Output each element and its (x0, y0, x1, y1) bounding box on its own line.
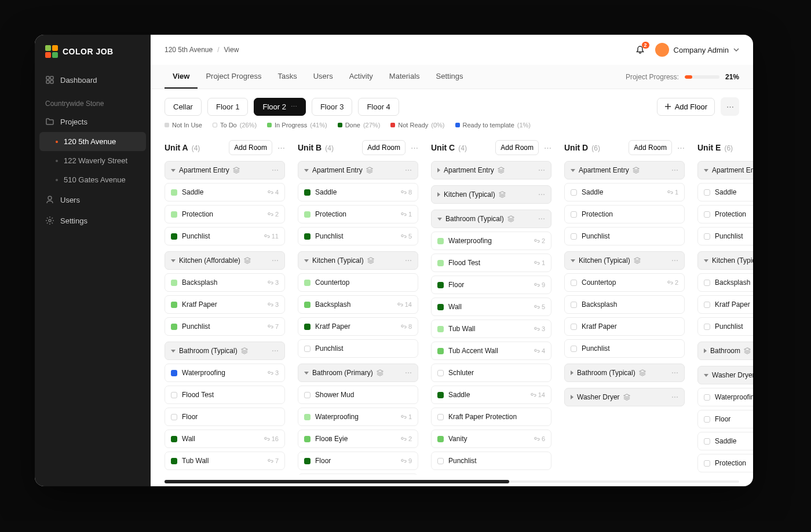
section-more-button[interactable]: ⋯ (405, 166, 412, 174)
section-header[interactable]: Bathroom (Typical)⋯ (431, 210, 551, 228)
section-header[interactable]: Bathroom (Typical)⋯ (165, 342, 285, 360)
section-header[interactable]: Kitchen (Typical)⋯ (697, 251, 753, 270)
horizontal-scrollbar[interactable] (165, 480, 739, 486)
section-header[interactable]: Bathroom (Primary)⋯ (298, 364, 418, 382)
tab-settings[interactable]: Settings (428, 65, 472, 89)
floor-pill[interactable]: Cellar (165, 98, 202, 116)
nav-dashboard[interactable]: Dashboard (35, 69, 151, 90)
task-row[interactable]: Saddle (697, 432, 753, 450)
task-row[interactable]: Waterproofing3 (165, 364, 285, 382)
section-more-button[interactable]: ⋯ (671, 166, 678, 174)
section-more-button[interactable]: ⋯ (538, 166, 545, 174)
task-row[interactable]: Backsplash (564, 295, 685, 314)
section-more-button[interactable]: ⋯ (671, 369, 678, 377)
task-row[interactable]: Waterproofing1 (298, 408, 418, 426)
task-row[interactable]: Floor9 (431, 276, 551, 294)
section-more-button[interactable]: ⋯ (272, 256, 279, 265)
task-row[interactable]: Countertop2 (564, 273, 685, 292)
task-row[interactable]: Saddle (697, 183, 753, 201)
section-more-button[interactable]: ⋯ (272, 166, 279, 174)
column-more-button[interactable]: ⋯ (675, 144, 686, 152)
task-row[interactable]: Punchlist (697, 227, 753, 245)
task-row[interactable]: Punchlist11 (165, 227, 285, 245)
task-row[interactable]: Flooв Eyie2 (298, 430, 418, 448)
nav-settings[interactable]: Settings (35, 210, 151, 231)
tab-activity[interactable]: Activity (341, 65, 381, 89)
task-row[interactable]: Saddle14 (431, 386, 551, 404)
task-row[interactable]: Schluter (431, 364, 551, 382)
section-header[interactable]: Washer Dryer⋯ (564, 388, 685, 406)
task-row[interactable]: Wall4 (298, 474, 418, 475)
section-header[interactable]: Kitchen (Typical)⋯ (564, 251, 685, 270)
task-row[interactable]: Wall5 (431, 298, 551, 316)
task-row[interactable]: Punchlist (564, 339, 685, 358)
task-row[interactable]: Protection1 (298, 205, 418, 223)
tab-project-progress[interactable]: Project Progress (198, 65, 269, 89)
notifications-button[interactable]: 2 (635, 45, 645, 54)
section-more-button[interactable]: ⋯ (538, 190, 545, 199)
task-row[interactable]: Tub Accent Wall4 (431, 342, 551, 360)
section-header[interactable]: Apartment Entry⋯ (697, 161, 753, 179)
section-more-button[interactable]: ⋯ (671, 393, 678, 401)
task-row[interactable]: Wall16 (165, 430, 285, 448)
sidebar-project-item[interactable]: 120 5th Avenue (39, 132, 146, 151)
nav-projects[interactable]: Projects (35, 111, 151, 132)
section-header[interactable]: Apartment Entry⋯ (165, 161, 285, 179)
tab-tasks[interactable]: Tasks (269, 65, 305, 89)
tab-view[interactable]: View (165, 65, 198, 89)
task-row[interactable]: Waterproofing (697, 388, 753, 406)
task-row[interactable]: Flood Test1 (431, 254, 551, 272)
task-row[interactable]: Countertop (298, 273, 418, 292)
task-row[interactable]: Protection2 (165, 205, 285, 223)
section-header[interactable]: Apartment Entry⋯ (564, 161, 685, 179)
add-room-button[interactable]: Add Room (495, 140, 539, 155)
task-row[interactable]: Floor (697, 410, 753, 428)
task-row[interactable]: Backsplash14 (298, 295, 418, 314)
section-header[interactable]: Apartment Entry⋯ (298, 161, 418, 179)
task-row[interactable]: Punchlist5 (298, 227, 418, 245)
nav-users[interactable]: Users (35, 189, 151, 210)
task-row[interactable]: Saddle8 (298, 183, 418, 201)
section-more-button[interactable]: ⋯ (405, 369, 412, 377)
task-row[interactable]: Punchlist (564, 227, 685, 245)
sidebar-project-item[interactable]: 510 Gates Avenue (39, 170, 146, 189)
task-row[interactable]: Backsplash (697, 273, 753, 292)
column-more-button[interactable]: ⋯ (542, 144, 553, 152)
task-row[interactable]: Floor (165, 408, 285, 426)
task-row[interactable]: Kratf Paper (697, 295, 753, 314)
tab-materials[interactable]: Materials (381, 65, 428, 89)
task-row[interactable]: Kratf Paper8 (298, 317, 418, 336)
user-menu[interactable]: Company Admin (655, 43, 739, 57)
floors-more-button[interactable]: ⋯ (721, 97, 739, 116)
floor-pill[interactable]: Floor 2⋯ (254, 98, 305, 116)
task-row[interactable]: Floor9 (298, 452, 418, 470)
sidebar-project-item[interactable]: 122 Waverly Street (39, 151, 146, 170)
section-more-button[interactable]: ⋯ (538, 215, 545, 223)
task-row[interactable]: Kratf Paper3 (165, 295, 285, 314)
breadcrumb-a[interactable]: 120 5th Avenue (165, 46, 213, 54)
task-row[interactable]: Waterproofing2 (431, 232, 551, 250)
section-header[interactable]: Washer Dryer⋯ (697, 366, 753, 384)
column-more-button[interactable]: ⋯ (409, 144, 419, 152)
section-header[interactable]: Bathroom⋯ (697, 342, 753, 360)
task-row[interactable]: Punchlist (298, 339, 418, 358)
task-row[interactable]: Tub Wall7 (165, 452, 285, 470)
task-row[interactable]: Saddle1 (564, 183, 685, 201)
add-room-button[interactable]: Add Room (629, 140, 672, 155)
task-row[interactable]: Saddle4 (165, 183, 285, 201)
task-row[interactable]: Punchlist (697, 317, 753, 336)
section-header[interactable]: Apartment Entry⋯ (431, 161, 551, 179)
section-more-button[interactable]: ⋯ (272, 347, 279, 355)
section-more-button[interactable]: ⋯ (671, 256, 678, 265)
section-header[interactable]: Kitchen (Typical)⋯ (298, 251, 418, 270)
task-row[interactable]: Punchlist (431, 452, 551, 470)
floor-pill[interactable]: Floor 4 (358, 98, 399, 116)
task-row[interactable]: Vanity6 (431, 430, 551, 448)
task-row[interactable]: Kraft Paper Protection (431, 408, 551, 426)
section-more-button[interactable]: ⋯ (405, 256, 412, 265)
tab-users[interactable]: Users (305, 65, 341, 89)
task-row[interactable]: Tub Wall3 (431, 320, 551, 338)
task-row[interactable]: Backsplash3 (165, 273, 285, 292)
add-room-button[interactable]: Add Room (229, 140, 272, 155)
task-row[interactable]: Protection (697, 454, 753, 472)
